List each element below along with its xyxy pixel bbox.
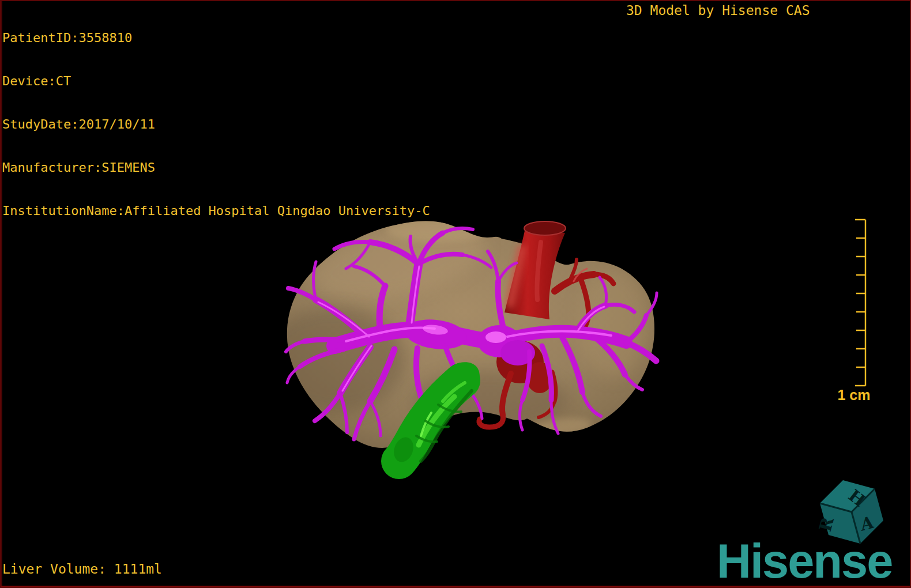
study-date-line: StudyDate:2017/10/11 [2, 117, 430, 131]
hisense-wordmark: Hisense [717, 537, 892, 585]
cas-3d-viewer-window: { "window": {"title": "3D Model by Hisen… [0, 0, 911, 588]
patient-id-line: PatientID:3558810 [2, 31, 430, 45]
patient-info-overlay: PatientID:3558810 Device:CT StudyDate:20… [2, 2, 430, 232]
scale-bar-label: 1 cm [838, 387, 871, 403]
device-line: Device:CT [2, 74, 430, 88]
liver-volume-label: Liver Volume: 1111ml [2, 561, 162, 576]
scale-bar: 1 cm [838, 220, 871, 403]
institution-line: InstitutionName:Affiliated Hospital Qing… [2, 203, 430, 218]
cube-letter-a: A [859, 512, 875, 535]
model-watermark: 3D Model by Hisense CAS [626, 3, 810, 18]
manufacturer-line: Manufacturer:SIEMENS [2, 160, 430, 175]
